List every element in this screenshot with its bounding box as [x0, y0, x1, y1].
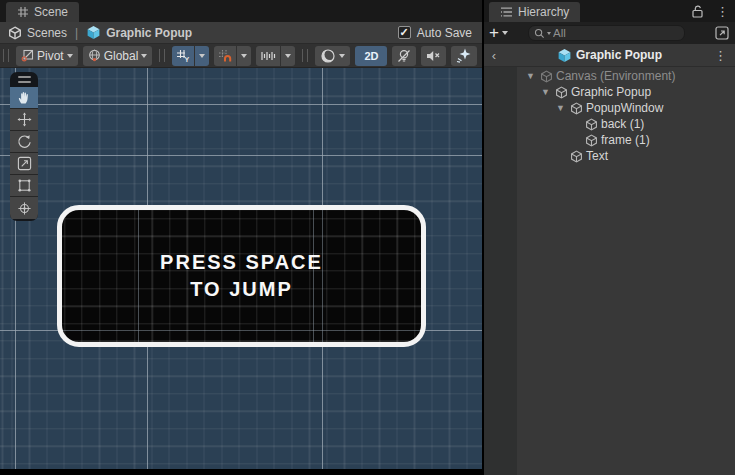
grid-snapping-toggle[interactable] [214, 46, 236, 66]
tree-row[interactable]: Text [484, 148, 735, 164]
globe-icon [88, 49, 101, 62]
search-filter-caret[interactable] [547, 32, 551, 35]
pivot-mode-dropdown[interactable]: Pivot [16, 46, 78, 66]
mode-2d-label: 2D [364, 50, 378, 62]
tree-row[interactable]: ▼ PopupWindow [484, 100, 735, 116]
pivot-label: Pivot [37, 49, 64, 63]
snap-increment-dropdown[interactable] [281, 46, 295, 66]
grid-icon [17, 6, 29, 18]
chevron-down-icon [141, 54, 147, 58]
snap-increment-group [256, 46, 295, 66]
tree-row[interactable]: back (1) [484, 116, 735, 132]
prefab-menu-button[interactable]: ⋮ [714, 48, 727, 63]
cube-outline-icon [570, 102, 583, 115]
hierarchy-tab-label: Hierarchy [518, 5, 569, 19]
scene-effects-dropdown[interactable] [451, 46, 477, 66]
toolbar-grip[interactable] [3, 49, 9, 62]
rect-tool[interactable] [10, 175, 38, 197]
tree-row[interactable]: frame (1) [484, 132, 735, 148]
prefab-title: Graphic Popup [484, 48, 735, 63]
toolbar-grip[interactable] [302, 49, 308, 62]
hierarchy-tab-bar: Hierarchy ⋮ [484, 0, 735, 22]
hand-icon [17, 90, 32, 105]
auto-save-checkbox[interactable]: ✓ [398, 26, 411, 39]
grid-magnet-icon [218, 49, 232, 63]
cube-outline-icon [555, 86, 568, 99]
grid-visibility-group: Y [172, 46, 209, 66]
snap-increment-icon [260, 49, 276, 63]
move-icon [17, 112, 32, 127]
cube-outline-icon [570, 150, 583, 163]
tree-row[interactable]: ▼ Canvas (Environment) [484, 68, 735, 84]
auto-save-toggle[interactable]: ✓ Auto Save [398, 26, 474, 40]
tab-hierarchy[interactable]: Hierarchy [489, 2, 580, 22]
svg-text:Y: Y [185, 56, 190, 63]
rotate-tool[interactable] [10, 131, 38, 153]
scene-tab-bar: Scene [0, 0, 482, 22]
tree-item-label: Text [586, 149, 608, 163]
tree-row[interactable]: ▼ Graphic Popup [484, 84, 735, 100]
breadcrumb-separator: | [75, 26, 78, 40]
move-tool[interactable] [10, 109, 38, 131]
chevron-down-icon [67, 54, 73, 58]
cube-outline-icon [540, 70, 553, 83]
unity-editor-window: Scene Scenes | Graphic Popup ✓ Auto Save [0, 0, 735, 475]
hierarchy-menu-button[interactable]: ⋮ [716, 5, 729, 18]
tree-item-label: PopupWindow [586, 101, 663, 115]
grid-visibility-toggle[interactable]: Y [172, 46, 194, 66]
audio-muted-icon [426, 49, 441, 63]
chevron-down-icon [285, 54, 291, 58]
lock-open-icon[interactable] [691, 4, 704, 18]
prefab-back-button[interactable]: ‹ [484, 48, 504, 63]
search-icon [534, 28, 545, 39]
mode-2d-toggle[interactable]: 2D [355, 46, 387, 66]
grid-snapping-dropdown[interactable] [237, 46, 251, 66]
tree-item-label: frame (1) [601, 133, 650, 147]
scene-lighting-toggle[interactable] [392, 46, 416, 66]
hierarchy-panel: Hierarchy ⋮ + [484, 0, 735, 475]
tree-item-label: Canvas (Environment) [556, 69, 675, 83]
tree-item-label: Graphic Popup [571, 85, 651, 99]
unity-logo-icon [8, 26, 22, 40]
light-off-icon [397, 49, 411, 63]
cube-outline-icon [585, 118, 598, 131]
search-input[interactable] [553, 27, 679, 39]
scale-tool[interactable] [10, 153, 38, 175]
handle-rotation-dropdown[interactable]: Global [83, 46, 153, 66]
expand-arrow[interactable]: ▼ [554, 100, 567, 116]
tree-item-label: back (1) [601, 117, 644, 131]
grid-snap-y-icon: Y [176, 49, 190, 63]
plus-icon: + [489, 25, 499, 41]
hierarchy-search-field[interactable] [528, 25, 685, 41]
grid-visibility-dropdown[interactable] [195, 46, 209, 66]
transform-tool[interactable] [10, 197, 38, 219]
pick-window-icon[interactable] [715, 26, 729, 40]
audio-toggle[interactable] [421, 46, 446, 66]
chevron-down-icon [339, 54, 345, 58]
popup-window-object[interactable]: PRESS SPACE TO JUMP [57, 205, 426, 347]
scene-bottom-edge [0, 469, 482, 475]
rotate-icon [17, 134, 32, 149]
cube-outline-icon [585, 134, 598, 147]
pivot-icon [21, 49, 34, 62]
popup-text: PRESS SPACE TO JUMP [160, 249, 323, 303]
expand-arrow[interactable]: ▼ [539, 84, 552, 100]
shading-sphere-icon [320, 48, 336, 64]
prefab-cube-icon [86, 25, 101, 40]
chevron-down-icon [502, 31, 508, 35]
shading-mode-dropdown[interactable] [315, 46, 350, 66]
breadcrumb-root[interactable]: Scenes [27, 26, 67, 40]
expand-arrow[interactable]: ▼ [524, 68, 537, 84]
hierarchy-toolbar: + [484, 22, 735, 44]
snap-increment-toggle[interactable] [256, 46, 280, 66]
hierarchy-tree[interactable]: ▼ Canvas (Environment) ▼ Graphic Popup ▼… [484, 67, 735, 475]
scene-viewport[interactable]: PRESS SPACE TO JUMP [0, 68, 482, 469]
toolbar-grip[interactable] [159, 49, 165, 62]
create-object-button[interactable]: + [489, 25, 508, 41]
breadcrumb-current[interactable]: Graphic Popup [106, 26, 192, 40]
tab-scene[interactable]: Scene [6, 2, 79, 22]
view-hand-tool[interactable] [10, 87, 38, 109]
chevron-down-icon [241, 54, 247, 58]
breadcrumb: Scenes | Graphic Popup ✓ Auto Save [0, 22, 482, 44]
overlay-drag-handle[interactable] [10, 72, 38, 87]
